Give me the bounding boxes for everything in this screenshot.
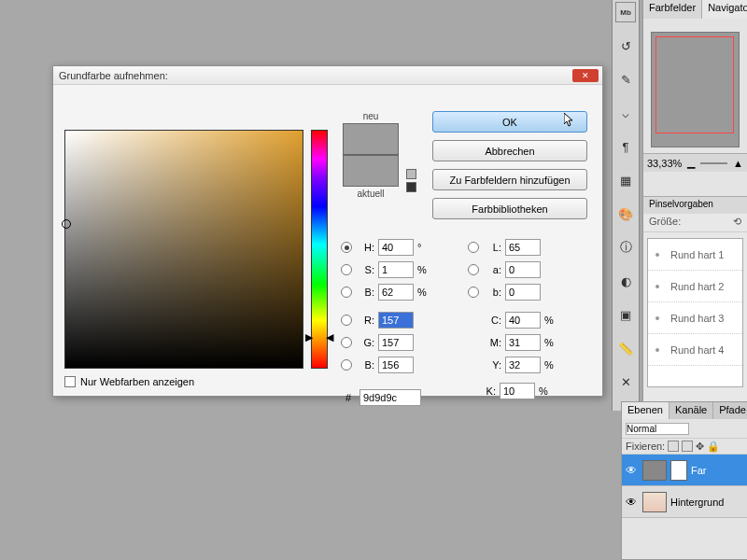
layers-panel: Ebenen Kanäle Pfade Fixieren: ✥ 🔒 👁 Far … xyxy=(621,401,747,560)
layer-row[interactable]: 👁 Hintergrund xyxy=(622,486,747,518)
color-picker-dialog: Grundfarbe aufnehmen: ✕ ▶◀ neu aktuell O… xyxy=(52,65,603,397)
tool-info-icon[interactable]: ⓘ xyxy=(615,237,636,258)
list-item[interactable]: Rund hart 4 xyxy=(648,334,742,366)
hex-input[interactable] xyxy=(359,389,421,406)
tool-history-icon[interactable]: ↺ xyxy=(615,35,636,56)
m-input[interactable] xyxy=(505,334,541,351)
radio-l[interactable] xyxy=(468,242,479,253)
b-rgb-label: B: xyxy=(358,359,374,371)
r-input[interactable] xyxy=(378,312,414,329)
navigator-zoom-bar: 33,33% ▁ ▲ xyxy=(643,153,747,172)
radio-s[interactable] xyxy=(341,264,352,275)
current-color-swatch[interactable] xyxy=(343,155,399,187)
b-lab-input[interactable] xyxy=(505,284,541,301)
visibility-icon[interactable]: 👁 xyxy=(626,496,639,509)
tool-mb-icon[interactable]: Mb xyxy=(615,2,636,22)
b-rgb-input[interactable] xyxy=(378,357,414,373)
blend-mode-select[interactable] xyxy=(626,423,689,435)
b-hsb-input[interactable] xyxy=(378,284,414,301)
lock-position-icon[interactable]: ✥ xyxy=(696,441,704,453)
s-label: S: xyxy=(358,264,374,275)
layer-mask-thumb[interactable] xyxy=(670,460,687,481)
layer-thumb[interactable] xyxy=(642,492,667,512)
list-item[interactable]: Rund hart 2 xyxy=(648,271,742,302)
layer-thumb[interactable] xyxy=(642,460,667,481)
list-item[interactable]: Rund hart 1 xyxy=(648,239,742,271)
l-label: L: xyxy=(485,242,501,253)
lock-pixels-icon[interactable] xyxy=(682,441,693,452)
l-input[interactable] xyxy=(505,239,541,256)
tool-swatches-icon[interactable]: ▦ xyxy=(615,170,636,190)
radio-b-hsb[interactable] xyxy=(341,287,352,298)
brush-name: Rund hart 3 xyxy=(670,313,724,324)
g-label: G: xyxy=(358,337,374,348)
tab-farbfelder[interactable]: Farbfelder xyxy=(643,0,702,19)
tool-options-icon[interactable]: ⌵ xyxy=(615,103,636,123)
tool-palette-icon[interactable]: 🎨 xyxy=(615,203,636,224)
brush-name: Rund hart 1 xyxy=(670,249,724,260)
lock-all-icon[interactable]: 🔒 xyxy=(707,441,720,453)
radio-b-rgb[interactable] xyxy=(341,359,352,371)
tab-paths[interactable]: Pfade xyxy=(713,402,747,419)
y-unit: % xyxy=(544,359,557,371)
websafe-warning-icon[interactable] xyxy=(406,182,416,192)
zoom-out-icon[interactable]: ▁ xyxy=(687,157,695,169)
tab-brush-presets[interactable]: Pinselvorgaben xyxy=(643,197,747,214)
radio-h[interactable] xyxy=(341,242,352,253)
lock-transparent-icon[interactable] xyxy=(668,441,679,452)
b-hsb-unit: % xyxy=(417,287,430,298)
lock-label: Fixieren: xyxy=(626,441,665,452)
tool-text-icon[interactable]: ¶ xyxy=(615,136,636,157)
hex-label: # xyxy=(341,392,356,403)
tab-navigator[interactable]: Navigator xyxy=(702,0,747,19)
zoom-in-icon[interactable]: ▲ xyxy=(733,158,743,169)
radio-g[interactable] xyxy=(341,337,352,348)
y-input[interactable] xyxy=(505,357,541,373)
radio-b-lab[interactable] xyxy=(468,287,479,298)
navigator-viewport-rect[interactable] xyxy=(655,36,734,133)
hue-slider-thumb[interactable]: ▶◀ xyxy=(305,331,333,341)
web-colors-checkbox[interactable] xyxy=(64,376,76,387)
tab-layers[interactable]: Ebenen xyxy=(622,402,669,419)
reset-icon[interactable]: ⟲ xyxy=(733,216,741,230)
tab-channels[interactable]: Kanäle xyxy=(669,402,713,419)
close-button[interactable]: ✕ xyxy=(572,69,599,82)
color-field[interactable] xyxy=(64,130,303,369)
zoom-value: 33,33% xyxy=(647,158,682,169)
gamut-warning-icon[interactable] xyxy=(406,169,416,179)
brush-dot-icon xyxy=(655,348,659,352)
navigator-preview[interactable] xyxy=(651,32,740,147)
tool-wrench-icon[interactable]: ✕ xyxy=(615,371,636,392)
tool-layers-icon[interactable]: ▣ xyxy=(615,304,636,325)
list-item[interactable]: Rund hart 3 xyxy=(648,302,742,334)
k-input[interactable] xyxy=(500,383,535,399)
color-field-cursor[interactable] xyxy=(62,219,71,229)
tool-measure-icon[interactable]: 📏 xyxy=(615,338,636,358)
cancel-button[interactable]: Abbrechen xyxy=(432,140,587,161)
brush-list[interactable]: Rund hart 1 Rund hart 2 Rund hart 3 Rund… xyxy=(647,238,743,387)
titlebar[interactable]: Grundfarbe aufnehmen: ✕ xyxy=(53,66,602,85)
brush-dot-icon xyxy=(655,316,659,320)
radio-a[interactable] xyxy=(468,264,479,275)
layer-row[interactable]: 👁 Far xyxy=(622,455,747,486)
s-input[interactable] xyxy=(378,261,414,278)
brush-presets-panel: Pinselvorgaben Größe: ⟲ Rund hart 1 Rund… xyxy=(642,196,747,401)
dialog-title: Grundfarbe aufnehmen: xyxy=(57,70,572,81)
c-input[interactable] xyxy=(505,312,541,329)
zoom-slider[interactable] xyxy=(700,162,727,164)
c-label: C: xyxy=(485,315,501,326)
tool-adjust-icon[interactable]: ◐ xyxy=(615,271,636,291)
right-toolstrip: Mb ↺ ✎ ⌵ ¶ ▦ 🎨 ⓘ ◐ ▣ 📏 ✕ xyxy=(612,0,640,411)
tool-brush-icon[interactable]: ✎ xyxy=(615,69,636,90)
ok-button[interactable]: OK xyxy=(432,111,587,133)
navigator-panel: Farbfelder Navigator 33,33% ▁ ▲ xyxy=(642,0,747,196)
a-input[interactable] xyxy=(505,261,541,278)
color-libraries-button[interactable]: Farbbibliotheken xyxy=(432,198,587,219)
h-input[interactable] xyxy=(378,239,414,256)
visibility-icon[interactable]: 👁 xyxy=(626,464,639,477)
add-to-swatches-button[interactable]: Zu Farbfeldern hinzufügen xyxy=(432,169,587,190)
g-input[interactable] xyxy=(378,334,414,351)
s-unit: % xyxy=(417,264,430,275)
radio-r[interactable] xyxy=(341,315,352,326)
current-color-label: aktuell xyxy=(343,189,399,199)
